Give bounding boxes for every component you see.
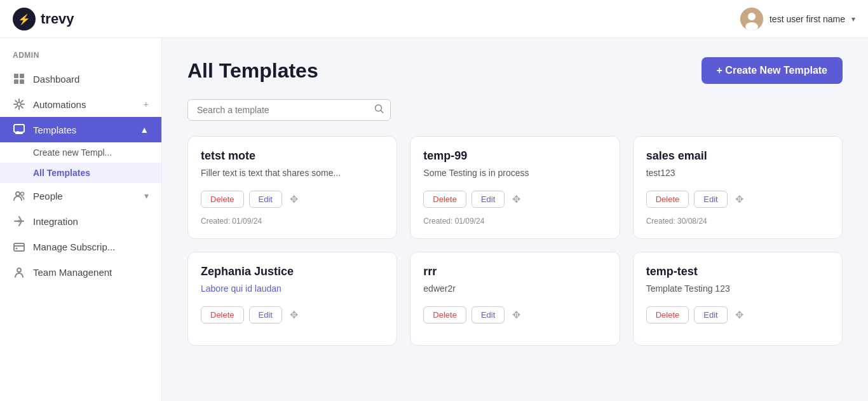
svg-rect-6 — [20, 74, 24, 78]
sidebar-item-templates[interactable]: Templates ▲ — [0, 117, 161, 142]
card-3-actions: Delete Edit ✥ — [646, 191, 829, 208]
templates-badge: ▲ — [140, 125, 149, 135]
user-avatar — [740, 8, 763, 31]
svg-point-9 — [17, 102, 21, 106]
svg-point-13 — [18, 220, 20, 222]
template-cards-grid: tetst mote Filler text is text that shar… — [187, 136, 843, 346]
card-5-title: rrr — [423, 265, 606, 278]
template-card-3: sales email test123 Delete Edit ✥ Create… — [633, 136, 843, 239]
create-template-subitem-label: Create new Templ... — [33, 147, 112, 158]
automations-icon — [13, 98, 25, 111]
sidebar-people-label: People — [33, 191, 137, 201]
user-area[interactable]: test user first name ▾ — [740, 8, 855, 31]
top-nav: ⚡ trevy test user first name ▾ — [0, 0, 868, 38]
card-4-drag-button[interactable]: ✥ — [287, 306, 301, 323]
card-6-title: temp-test — [646, 265, 829, 278]
automations-badge: + — [144, 99, 149, 109]
people-badge: ▾ — [144, 191, 149, 201]
search-input[interactable] — [187, 99, 391, 121]
card-1-title: tetst mote — [201, 149, 384, 163]
card-1-edit-button[interactable]: Edit — [249, 191, 282, 208]
sidebar-subitem-create-template[interactable]: Create new Templ... — [0, 142, 161, 163]
sidebar-subscription-label: Manage Subscrip... — [33, 241, 149, 252]
create-new-template-button[interactable]: + Create New Template — [702, 57, 843, 84]
user-name-label: test user first name — [770, 14, 845, 24]
template-card-1: tetst mote Filler text is text that shar… — [187, 136, 397, 239]
subscription-icon — [13, 240, 25, 253]
page-title: All Templates — [187, 59, 318, 83]
sidebar-team-label: Team Managenent — [33, 267, 149, 278]
svg-point-3 — [748, 13, 756, 20]
sidebar-item-dashboard[interactable]: Dashboard — [0, 66, 161, 92]
card-2-description: Some Testing is in process — [423, 168, 606, 180]
sidebar-item-automations[interactable]: Automations + — [0, 92, 161, 117]
card-2-title: temp-99 — [423, 149, 606, 163]
logo-icon: ⚡ — [13, 8, 36, 31]
svg-point-15 — [16, 248, 18, 250]
card-4-title: Zephania Justice — [201, 265, 384, 278]
sidebar-item-integration[interactable]: Integration — [0, 208, 161, 234]
card-5-edit-button[interactable]: Edit — [471, 306, 505, 323]
card-2-drag-button[interactable]: ✥ — [510, 191, 523, 208]
card-1-delete-button[interactable]: Delete — [201, 191, 244, 208]
admin-label: Admin — [0, 51, 161, 66]
card-5-delete-button[interactable]: Delete — [423, 306, 466, 323]
card-2-edit-button[interactable]: Edit — [471, 191, 505, 208]
card-3-description: test123 — [646, 168, 829, 180]
card-2-date: Created: 01/09/24 — [423, 217, 606, 226]
card-3-drag-button[interactable]: ✥ — [733, 191, 746, 208]
sidebar-item-team-management[interactable]: Team Managenent — [0, 259, 161, 285]
sidebar-integration-label: Integration — [33, 216, 149, 227]
svg-rect-7 — [14, 79, 18, 84]
card-2-delete-button[interactable]: Delete — [423, 191, 466, 208]
sidebar-automations-label: Automations — [33, 99, 136, 110]
card-3-delete-button[interactable]: Delete — [646, 191, 689, 208]
card-5-drag-button[interactable]: ✥ — [510, 306, 523, 323]
dashboard-icon — [13, 72, 25, 85]
people-icon — [13, 189, 25, 202]
svg-point-16 — [17, 268, 21, 272]
app-layout: Admin Dashboard Automations + Templates … — [0, 38, 868, 401]
template-card-6: temp-test Template Testing 123 Delete Ed… — [633, 252, 843, 346]
svg-rect-8 — [20, 79, 24, 84]
sidebar: Admin Dashboard Automations + Templates … — [0, 38, 162, 401]
sidebar-subitem-all-templates[interactable]: All Templates — [0, 163, 161, 183]
main-content: All Templates + Create New Template tets… — [162, 38, 868, 401]
search-area — [187, 99, 843, 121]
card-5-description: edwer2r — [423, 283, 606, 296]
templates-icon — [13, 123, 25, 136]
integration-icon — [13, 215, 25, 228]
svg-text:⚡: ⚡ — [18, 13, 31, 25]
card-4-actions: Delete Edit ✥ — [201, 306, 384, 323]
sidebar-dashboard-label: Dashboard — [33, 74, 149, 85]
card-2-actions: Delete Edit ✥ — [423, 191, 606, 208]
card-3-title: sales email — [646, 149, 829, 163]
search-button[interactable] — [374, 104, 384, 116]
card-6-actions: Delete Edit ✥ — [646, 306, 829, 323]
card-4-delete-button[interactable]: Delete — [201, 306, 244, 323]
card-1-drag-button[interactable]: ✥ — [287, 191, 301, 208]
card-6-drag-button[interactable]: ✥ — [733, 306, 746, 323]
card-6-description: Template Testing 123 — [646, 283, 829, 296]
team-icon — [13, 266, 25, 278]
sidebar-item-manage-subscription[interactable]: Manage Subscrip... — [0, 234, 161, 259]
card-1-actions: Delete Edit ✥ — [201, 191, 384, 208]
page-header: All Templates + Create New Template — [187, 57, 843, 84]
card-4-description: Labore qui id laudan — [201, 283, 384, 296]
search-input-wrap — [187, 99, 391, 121]
logo-text: trevy — [41, 11, 74, 27]
user-chevron-icon: ▾ — [851, 15, 855, 24]
svg-point-12 — [21, 193, 24, 196]
template-card-4: Zephania Justice Labore qui id laudan De… — [187, 252, 397, 346]
card-6-edit-button[interactable]: Edit — [694, 306, 727, 323]
card-4-edit-button[interactable]: Edit — [249, 306, 282, 323]
card-6-delete-button[interactable]: Delete — [646, 306, 689, 323]
svg-point-11 — [16, 192, 20, 196]
all-templates-subitem-label: All Templates — [33, 168, 90, 178]
card-3-edit-button[interactable]: Edit — [694, 191, 727, 208]
card-1-description: Filler text is text that shares some... — [201, 168, 384, 180]
logo-area[interactable]: ⚡ trevy — [13, 8, 74, 31]
template-card-5: rrr edwer2r Delete Edit ✥ — [410, 252, 620, 346]
sidebar-item-people[interactable]: People ▾ — [0, 183, 161, 208]
card-3-date: Created: 30/08/24 — [646, 217, 829, 226]
